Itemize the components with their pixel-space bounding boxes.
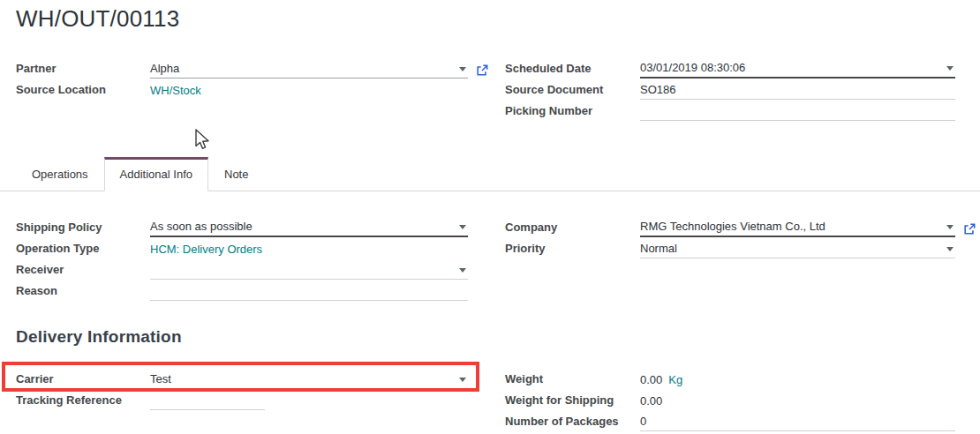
field-row-company: Company RMG Technologies Vietnam Co., Lt… <box>505 216 978 237</box>
weight-for-shipping-field: 0.00 <box>640 391 955 410</box>
external-link-icon[interactable] <box>476 64 488 77</box>
form-page: WH/OUT/00113 Partner Alpha Source Locati… <box>0 5 980 121</box>
priority-value[interactable]: Normal <box>640 242 939 255</box>
source-location-label: Source Location <box>16 83 150 100</box>
tracking-reference-value[interactable] <box>150 393 265 407</box>
field-row-tracking-reference: Tracking Reference <box>16 389 468 410</box>
chevron-down-icon[interactable] <box>946 247 954 251</box>
operation-type-link[interactable]: HCM: Delivery Orders <box>150 243 262 256</box>
additional-info-panel: Shipping Policy As soon as possible Oper… <box>0 191 980 431</box>
source-document-label: Source Document <box>505 83 640 100</box>
number-of-packages-value[interactable]: 0 <box>640 415 955 428</box>
scheduled-date-label: Scheduled Date <box>505 62 640 79</box>
field-row-shipping-policy: Shipping Policy As soon as possible <box>16 216 468 237</box>
field-row-weight: Weight 0.00 Kg <box>505 368 978 389</box>
field-row-operation-type: Operation Type HCM: Delivery Orders <box>16 237 468 258</box>
shipping-policy-value[interactable]: As soon as possible <box>150 220 452 233</box>
field-row-reason: Reason <box>16 280 468 301</box>
tracking-reference-field[interactable] <box>150 391 265 410</box>
source-location-field: WH/Stock <box>150 80 468 100</box>
tab-additional-info[interactable]: Additional Info <box>104 157 208 191</box>
priority-field[interactable]: Normal <box>640 239 955 258</box>
receiver-field[interactable] <box>150 260 468 280</box>
scheduled-date-value[interactable]: 03/01/2019 08:30:06 <box>640 61 939 74</box>
priority-label: Priority <box>505 242 640 258</box>
company-field[interactable]: RMG Technologies Vietnam Co., Ltd <box>640 218 955 237</box>
tab-note[interactable]: Note <box>208 156 264 191</box>
field-row-weight-for-shipping: Weight for Shipping 0.00 <box>505 389 978 410</box>
operation-type-field: HCM: Delivery Orders <box>150 239 468 258</box>
field-row-priority: Priority Normal <box>505 237 978 258</box>
top-field-group: Partner Alpha Source Location WH/Stock S… <box>16 57 964 121</box>
partner-field[interactable]: Alpha <box>150 59 468 79</box>
chevron-down-icon[interactable] <box>946 66 954 71</box>
delivery-information-heading: Delivery Information <box>16 327 964 347</box>
source-document-value[interactable]: SO186 <box>640 83 955 96</box>
reason-value[interactable] <box>150 284 468 297</box>
field-row-number-of-packages: Number of Packages 0 <box>505 410 978 431</box>
field-row-picking-number: Picking Number <box>505 100 978 121</box>
operation-type-label: Operation Type <box>16 242 150 258</box>
chevron-down-icon[interactable] <box>459 268 466 273</box>
field-row-source-document: Source Document SO186 <box>505 79 978 100</box>
partner-value[interactable]: Alpha <box>150 62 452 75</box>
page-title: WH/OUT/00113 <box>16 5 964 33</box>
tracking-reference-label: Tracking Reference <box>16 393 150 410</box>
field-row-partner: Partner Alpha <box>16 57 468 79</box>
delivery-information-field-group: Carrier Test Tracking Reference Weight 0… <box>16 368 964 431</box>
picking-number-label: Picking Number <box>505 104 640 121</box>
tab-operations[interactable]: Operations <box>16 156 104 191</box>
notebook-tabs: Operations Additional Info Note <box>0 156 980 191</box>
carrier-field[interactable]: Test <box>150 370 468 389</box>
source-location-link[interactable]: WH/Stock <box>150 84 201 97</box>
weight-value: 0.00 <box>640 373 662 386</box>
carrier-value[interactable]: Test <box>150 372 452 385</box>
additional-info-field-group: Shipping Policy As soon as possible Oper… <box>16 216 964 301</box>
weight-unit-link[interactable]: Kg <box>668 373 682 386</box>
company-label: Company <box>505 221 640 237</box>
shipping-policy-field[interactable]: As soon as possible <box>150 218 468 237</box>
shipping-policy-label: Shipping Policy <box>16 221 150 237</box>
chevron-down-icon[interactable] <box>946 225 954 229</box>
field-row-source-location: Source Location WH/Stock <box>16 79 468 100</box>
weight-for-shipping-label: Weight for Shipping <box>505 393 640 410</box>
source-document-field[interactable]: SO186 <box>640 80 955 100</box>
receiver-value[interactable] <box>150 263 452 276</box>
carrier-label: Carrier <box>16 372 150 389</box>
number-of-packages-field[interactable]: 0 <box>640 412 955 431</box>
reason-label: Reason <box>16 284 150 301</box>
external-link-icon[interactable] <box>963 223 976 236</box>
company-value[interactable]: RMG Technologies Vietnam Co., Ltd <box>640 220 939 233</box>
scheduled-date-field[interactable]: 03/01/2019 08:30:06 <box>640 59 955 79</box>
chevron-down-icon[interactable] <box>459 67 466 71</box>
number-of-packages-label: Number of Packages <box>505 415 640 431</box>
receiver-label: Receiver <box>16 263 150 280</box>
weight-field: 0.00 Kg <box>640 370 955 389</box>
picking-number-field[interactable] <box>640 101 955 121</box>
weight-label: Weight <box>505 372 640 389</box>
mouse-cursor-icon <box>194 129 211 155</box>
partner-label: Partner <box>16 62 150 79</box>
weight-for-shipping-value: 0.00 <box>640 394 955 408</box>
field-row-scheduled-date: Scheduled Date 03/01/2019 08:30:06 <box>505 57 978 79</box>
field-row-receiver: Receiver <box>16 258 468 280</box>
chevron-down-icon[interactable] <box>459 225 466 229</box>
picking-number-value[interactable] <box>640 104 955 117</box>
chevron-down-icon[interactable] <box>459 378 466 382</box>
field-row-carrier: Carrier Test <box>16 368 468 389</box>
reason-field[interactable] <box>150 281 468 301</box>
